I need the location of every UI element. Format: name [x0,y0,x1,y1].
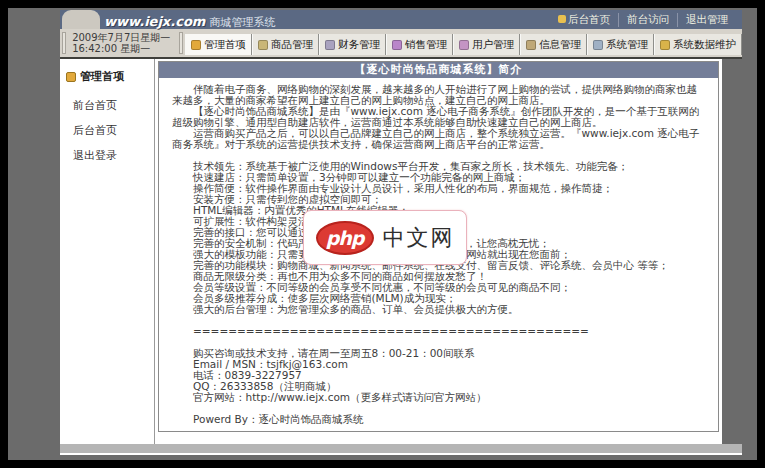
php-cn-watermark: php 中文网 [303,210,467,265]
php-logo-icon: php [316,221,374,255]
content-panel: 【逐心时尚饰品商城系统】简介 伴随着电子商务、网络购物的深刻发展，越来越多的人开… [158,61,719,432]
link-backend-home[interactable]: 后台首页 [550,13,618,27]
tab-sales[interactable]: 销售管理 [386,34,453,55]
tab-data-maintenance[interactable]: 系统数据维护 [654,34,742,55]
tab-goods[interactable]: 商品管理 [252,34,319,55]
goods-icon [258,40,268,50]
site-title-suffix: 商城管理系统 [209,16,275,29]
link-logout[interactable]: 退出管理 [677,13,736,27]
php-logo-text: php [326,227,364,249]
tab-finance-label: 财务管理 [338,38,380,52]
titlebar-notch [62,10,100,29]
tab-admin-home-label: 管理首项 [204,38,246,52]
link-backend-home-label: 后台首页 [568,13,610,25]
datetime-display: 2009年7月7日星期一 16:42:00 星期一 [68,29,177,57]
home-icon [558,15,566,23]
info-icon [526,40,536,50]
system-icon [593,40,603,50]
sidebar-item-backend-home[interactable]: 后台首页 [60,118,154,143]
sidebar-item-front-home[interactable]: 前台首页 [60,93,154,118]
users-icon [459,40,469,50]
intro-paragraph: 【逐心时尚饰品商城系统】是由『www.iejx.com 逐心电子商务系统』创作团… [172,106,705,128]
nav-tabs: 管理首项 商品管理 财务管理 销售管理 用户管理 [185,29,742,57]
admin-home-icon [191,40,201,50]
sidebar-header-label: 管理首项 [80,69,124,84]
link-front-visit-label: 前台访问 [627,13,669,25]
tab-system-label: 系统管理 [606,38,648,52]
main-area: 【逐心时尚饰品商城系统】简介 伴随着电子商务、网络购物的深刻发展，越来越多的人开… [155,59,742,444]
link-logout-label: 退出管理 [686,13,728,25]
feature-line: 强大的后台管理：为您管理众多的商品、订单、会员提供极大的方便。 [172,304,705,315]
tab-system[interactable]: 系统管理 [587,34,654,55]
sidebar: 管理首项 前台首页 后台首页 退出登录 [60,59,155,444]
tab-users[interactable]: 用户管理 [453,34,520,55]
tab-admin-home[interactable]: 管理首项 [185,34,252,55]
link-front-visit[interactable]: 前台访问 [618,13,677,27]
site-domain: www.iejx.com [104,14,205,29]
intro-paragraph: 伴随着电子商务、网络购物的深刻发展，越来越多的人开始进行了网上购物的尝试，提供网… [172,84,705,106]
toolbar: 2009年7月7日星期一 16:42:00 星期一 管理首项 商品管理 财务管理 [60,29,742,59]
contact-website-line: 官方网站：http://www.iejx.com（更多样式请访问官方网站） [172,392,705,403]
sales-icon [392,40,402,50]
toolbar-grip-mid [179,32,183,54]
window-body: 管理首项 前台首页 后台首页 退出登录 【逐心时尚饰品商城系统】简介 伴随着电子… [60,59,742,453]
tab-users-label: 用户管理 [472,38,514,52]
tab-info[interactable]: 信息管理 [520,34,587,55]
sidebar-header: 管理首项 [60,67,154,93]
titlebar-links: 后台首页 前台访问 退出管理 [550,10,736,29]
tab-data-maintenance-label: 系统数据维护 [673,38,736,52]
content-title: 【逐心时尚饰品商城系统】简介 [159,62,718,78]
site-title: www.iejx.com商城管理系统 [104,11,275,30]
finance-icon [325,40,335,50]
desktop-background: www.iejx.com商城管理系统 后台首页 前台访问 退出管理 2009年7… [8,8,757,460]
admin-window: www.iejx.com商城管理系统 后台首页 前台访问 退出管理 2009年7… [60,10,742,455]
tab-info-label: 信息管理 [539,38,581,52]
separator-line: ========================================… [172,326,705,337]
tab-goods-label: 商品管理 [271,38,313,52]
intro-paragraph: 运营商购买产品之后，可以以自己品牌建立自己的网上商店，整个系统独立运营。『www… [172,128,705,150]
php-cn-site-name: 中文网 [383,223,455,253]
powered-by-line: Powerd By：逐心时尚饰品商城系统 [172,414,705,425]
toolbar-grip-left [62,32,66,54]
right-gutter [722,59,742,444]
titlebar: www.iejx.com商城管理系统 后台首页 前台访问 退出管理 [60,10,742,29]
sidebar-item-logout[interactable]: 退出登录 [60,143,154,168]
tab-finance[interactable]: 财务管理 [319,34,386,55]
database-icon [660,40,670,50]
folder-icon [66,72,76,82]
tab-sales-label: 销售管理 [405,38,447,52]
